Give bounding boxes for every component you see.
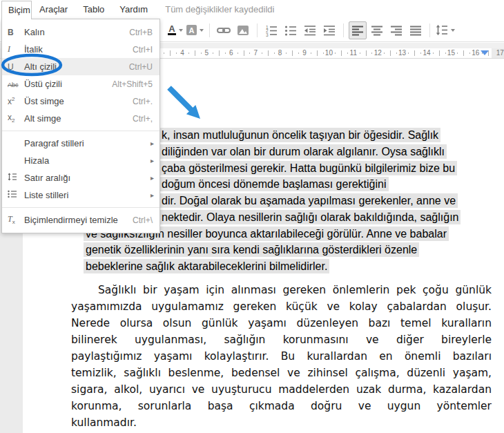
selected-text-line[interactable]: doğum öncesi dönemde başlaması gerektiği… bbox=[159, 177, 389, 191]
text-line[interactable]: Nerede olursa olsun günlük yaşamı düzenl… bbox=[71, 315, 492, 331]
selected-text-line[interactable]: k, insan mutluluğunun öncelik taşıyan bi… bbox=[159, 128, 440, 142]
text-line[interactable]: yaşamımızda uygulamamız gereken küçük ve… bbox=[71, 298, 492, 315]
selected-text-line[interactable]: bebeklerine sağlık aktarabileceklerini b… bbox=[84, 259, 329, 273]
menu-item-biçimlendirmeyi-temizle[interactable]: TxBiçimlendirmeyi temizleCtrl+\ bbox=[2, 211, 159, 229]
menu-bicim[interactable]: Biçim bbox=[1, 1, 32, 19]
menu-item-shortcut: Ctrl+U bbox=[129, 62, 159, 72]
menu-yardim[interactable]: Yardım bbox=[112, 0, 155, 19]
menu-item-shortcut: Ctrl+I bbox=[133, 45, 159, 55]
menu-item-hizala[interactable]: Hizala▸ bbox=[2, 152, 159, 169]
ruler-tick bbox=[298, 52, 299, 54]
menu-item-label: Altı çizili bbox=[24, 61, 129, 72]
menu-item-kalın[interactable]: BKalınCtrl+B bbox=[2, 23, 159, 41]
text-line[interactable]: paylaştığımız yaşamı kolaylaştırır. Bu k… bbox=[71, 348, 492, 365]
justify-button[interactable] bbox=[407, 21, 425, 39]
menu-aractar[interactable]: Araçlar bbox=[32, 0, 75, 19]
ruler-number: 12 bbox=[374, 48, 382, 58]
ruler-number: 8 bbox=[278, 48, 282, 58]
text-line[interactable]: temizlik, sağlıklı beslenme, bedensel ve… bbox=[71, 365, 492, 381]
menu-item-üst-simge[interactable]: x2Üst simgeCtrl+. bbox=[2, 93, 159, 110]
align-left-button[interactable] bbox=[349, 21, 367, 39]
ruler-number: 5 bbox=[205, 48, 209, 58]
ruler-tick bbox=[457, 52, 458, 54]
ruler-tick bbox=[195, 50, 195, 56]
ruler-tick bbox=[176, 52, 177, 54]
chevron-down-icon bbox=[179, 29, 183, 32]
numbered-list-button[interactable]: 1 2 3 bbox=[262, 21, 280, 39]
line-spacing-button[interactable] bbox=[435, 21, 456, 39]
text-color-icon: A bbox=[168, 25, 175, 35]
ruler-number: 9 bbox=[302, 48, 307, 58]
indent-marker-icon[interactable] bbox=[481, 50, 489, 55]
ruler-tick bbox=[311, 52, 311, 54]
menu-item-label: Paragraf stilleri bbox=[24, 138, 151, 148]
menu-tablo[interactable]: Tablo bbox=[75, 0, 112, 19]
increase-indent-button[interactable] bbox=[320, 21, 338, 39]
insert-image-button[interactable] bbox=[234, 21, 252, 39]
ruler-tick bbox=[274, 52, 275, 54]
clear-formatting-icon: Tx bbox=[8, 214, 24, 225]
bulleted-list-button[interactable] bbox=[282, 21, 300, 39]
align-center-icon bbox=[371, 25, 382, 36]
text-line[interactable]: korunma, sorunlarla başa çıkmada doğru v… bbox=[71, 398, 492, 414]
ruler-number: 15 bbox=[447, 48, 455, 58]
ruler-tick bbox=[335, 52, 336, 54]
ruler-tick bbox=[390, 50, 391, 56]
ruler-tick bbox=[188, 52, 189, 54]
ruler-tick bbox=[262, 52, 262, 54]
selected-text-line[interactable]: nektedir. Olaya nesillerin sağlığı olara… bbox=[159, 210, 461, 224]
ruler-tick bbox=[201, 52, 202, 54]
ruler-tick bbox=[268, 50, 269, 56]
align-right-button[interactable] bbox=[387, 21, 405, 39]
list-styles-icon bbox=[8, 190, 24, 200]
selected-text-line[interactable]: dir. Doğal olarak bu aşamada yapılması g… bbox=[159, 193, 458, 208]
ruler-tick bbox=[164, 52, 164, 54]
menu-item-satır-aralığı[interactable]: Satır aralığı▸ bbox=[2, 169, 159, 186]
menu-item-alt-simge[interactable]: x2Alt simgeCtrl+, bbox=[2, 110, 159, 127]
menu-item-paragraf-stilleri[interactable]: Paragraf stilleri▸ bbox=[2, 135, 159, 152]
align-center-button[interactable] bbox=[368, 21, 386, 39]
ruler-tick bbox=[238, 52, 238, 54]
text-line[interactable]: bilinerek uygulanması, sağlığın korunmas… bbox=[71, 331, 492, 348]
text-line[interactable]: kullanmadır. bbox=[71, 414, 492, 431]
toolbar-separator bbox=[429, 23, 430, 37]
subscript-icon: x2 bbox=[8, 113, 24, 124]
menu-item-üstü-çizili[interactable]: AbcÜstü çiziliAlt+Shift+5 bbox=[2, 75, 159, 93]
ruler-tick bbox=[323, 52, 324, 54]
menu-item-altı-çizili[interactable]: UAltı çiziliCtrl+U bbox=[2, 58, 159, 75]
numbered-list-icon: 1 2 3 bbox=[265, 24, 278, 37]
ruler-number: 10 bbox=[325, 48, 333, 58]
highlight-color-button[interactable]: A bbox=[186, 21, 204, 39]
save-status: Tüm değişiklikler kaydedildi bbox=[165, 4, 274, 15]
ruler-tick bbox=[219, 50, 220, 56]
selected-text-line[interactable]: genetik özelliklerinin yanı sıra kendi s… bbox=[84, 242, 419, 257]
toolbar-separator bbox=[343, 23, 344, 37]
menu-item-label: Alt simge bbox=[24, 113, 133, 124]
bold-icon: B bbox=[8, 28, 24, 37]
ruler-tick bbox=[244, 50, 244, 56]
ruler-tick bbox=[408, 52, 409, 54]
ruler-number: 17 bbox=[496, 48, 504, 58]
text-line[interactable]: Sağlıklı bir yaşam için alınması gereken… bbox=[71, 282, 492, 298]
menu-item-shortcut: Ctrl+B bbox=[129, 28, 159, 37]
menu-item-i-talik[interactable]: IİtalikCtrl+I bbox=[2, 41, 159, 58]
selected-text-line[interactable]: çaba gösterilmesi gerekir. Hatta bugünkü… bbox=[159, 161, 457, 175]
chevron-down-icon bbox=[200, 29, 204, 32]
submenu-arrow-icon: ▸ bbox=[151, 157, 159, 164]
insert-link-button[interactable] bbox=[215, 21, 233, 39]
link-icon bbox=[217, 24, 231, 37]
ruler-tick bbox=[439, 50, 440, 56]
menu-item-liste-stilleri[interactable]: Liste stilleri▸ bbox=[2, 186, 159, 204]
text-color-button[interactable]: A bbox=[166, 21, 184, 39]
selected-text-line[interactable]: diliğinden var olan bir durum olarak alg… bbox=[159, 144, 447, 159]
menu-item-label: Üst simge bbox=[24, 96, 133, 106]
menu-bar: Araçlar Tablo Yardım Tüm değişiklikler k… bbox=[0, 0, 504, 19]
ruler-tick bbox=[414, 50, 415, 56]
submenu-arrow-icon: ▸ bbox=[151, 174, 159, 182]
menu-item-label: Biçimlendirmeyi temizle bbox=[24, 215, 133, 225]
chevron-down-icon bbox=[451, 29, 455, 32]
text-line[interactable]: sigara, alkol, uyarıcı ve uyuşturucu mad… bbox=[71, 381, 492, 398]
ruler-tick bbox=[292, 50, 293, 56]
ruler-tick bbox=[371, 52, 372, 54]
decrease-indent-button[interactable] bbox=[301, 21, 319, 39]
